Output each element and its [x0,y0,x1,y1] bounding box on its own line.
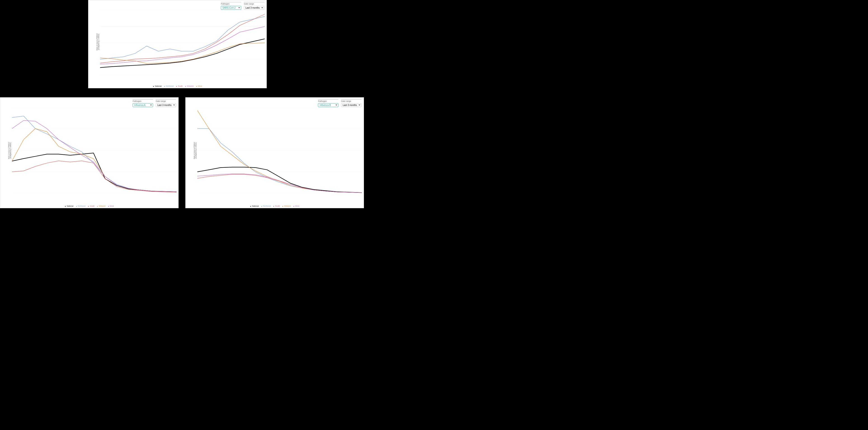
chart-svg-bl: 0 20 40 60 80 04/06/24 04/13/24 04/20/24… [12,107,177,193]
legend-midwest-bl: ⬧ Midwest [97,205,105,207]
legend-west-top: ⬧ West [196,85,202,87]
legend-northeast-bl: ⬧ Northeast [76,205,86,207]
chart-svg-area-br: 0 25 50 75 100 04/06/24 04/13/24 04/20/2… [197,107,362,199]
pathogen-select-br[interactable]: Influenza B SARS-CoV-2 Influenza A RSV [318,103,338,107]
chart-br-header: Pathogen Influenza B SARS-CoV-2 Influenz… [318,99,362,107]
chart-sars-cov2: Pathogen SARS-CoV-2 Influenza A Influenz… [88,0,267,88]
legend-west-br: ⬧ West [293,205,299,207]
legend-west-bl: ⬧ West [108,205,114,207]
pathogen-group-bl: Pathogen Influenza A SARS-CoV-2 Influenz… [133,99,153,107]
legend-northeast-top: ⬧ Northeast [164,85,174,87]
ylabel-br: Ratio of virus to PMMoV(multiplied by 1 … [193,141,197,160]
chart-svg-br: 0 25 50 75 100 04/06/24 04/13/24 04/20/2… [197,107,362,193]
legend-national-br: ⬧ National [250,205,258,207]
pathogen-label-top: Pathogen [221,2,241,5]
pathogen-group-top: Pathogen SARS-CoV-2 Influenza A Influenz… [221,2,241,10]
chart-svg-top: 0 200 400 600 800 04/06/24 04/13/24 04/2… [100,10,265,76]
chart-svg-area-top: 0 200 400 600 800 04/06/24 04/13/24 04/2… [100,10,265,79]
daterange-group-top: Date range Last 3 months Last 6 months L… [244,2,264,10]
daterange-group-br: Date range Last 3 months Last 6 months L… [341,99,362,107]
legend-midwest-br: ⬧ Midwest [282,205,291,207]
legend-south-top: ⬧ South [176,85,183,87]
legend-midwest-top: ⬧ Midwest [185,85,193,87]
pathogen-select-top[interactable]: SARS-CoV-2 Influenza A Influenza B RSV [221,6,241,10]
chart-bl-header: Pathogen Influenza A SARS-CoV-2 Influenz… [133,99,176,107]
daterange-label-bl: Date range [156,99,176,102]
legend-national-bl: ⬧ National [65,205,73,207]
chart-top-header: Pathogen SARS-CoV-2 Influenza A Influenz… [221,2,264,10]
chart-influenza-b: Pathogen Influenza B SARS-CoV-2 Influenz… [185,97,364,208]
chart-influenza-a: Pathogen Influenza A SARS-CoV-2 Influenz… [0,97,179,208]
legend-bl: ⬧ National ⬧ Northeast ⬧ South ⬧ Midwest… [65,205,114,207]
legend-south-br: ⬧ South [273,205,280,207]
legend-top: ⬧ National ⬧ Northeast ⬧ South ⬧ Midwest… [153,85,202,87]
ylabel-top: Ratio of virus to PMMoV(multiplied by 1 … [96,33,99,51]
daterange-select-br[interactable]: Last 3 months Last 6 months Last year [341,103,362,107]
daterange-select-bl[interactable]: Last 3 months Last 6 months Last year [156,103,176,107]
legend-south-bl: ⬧ South [88,205,94,207]
pathogen-label-br: Pathogen [318,99,338,102]
daterange-select-top[interactable]: Last 3 months Last 6 months Last year [244,6,264,10]
chart-svg-area-bl: 0 20 40 60 80 04/06/24 04/13/24 04/20/24… [12,107,177,199]
pathogen-select-bl[interactable]: Influenza A SARS-CoV-2 Influenza B RSV [133,103,153,107]
legend-national-top: ⬧ National [153,85,161,87]
daterange-label-top: Date range [244,2,264,5]
daterange-group-bl: Date range Last 3 months Last 6 months L… [156,99,176,107]
pathogen-label-bl: Pathogen [133,99,153,102]
ylabel-bl: Ratio of virus to PMMoV(multiplied by 1 … [8,141,11,160]
pathogen-group-br: Pathogen Influenza B SARS-CoV-2 Influenz… [318,99,338,107]
daterange-label-br: Date range [341,99,362,102]
legend-northeast-br: ⬧ Northeast [261,205,271,207]
legend-br: ⬧ National ⬧ Northeast ⬧ South ⬧ Midwest… [250,205,299,207]
